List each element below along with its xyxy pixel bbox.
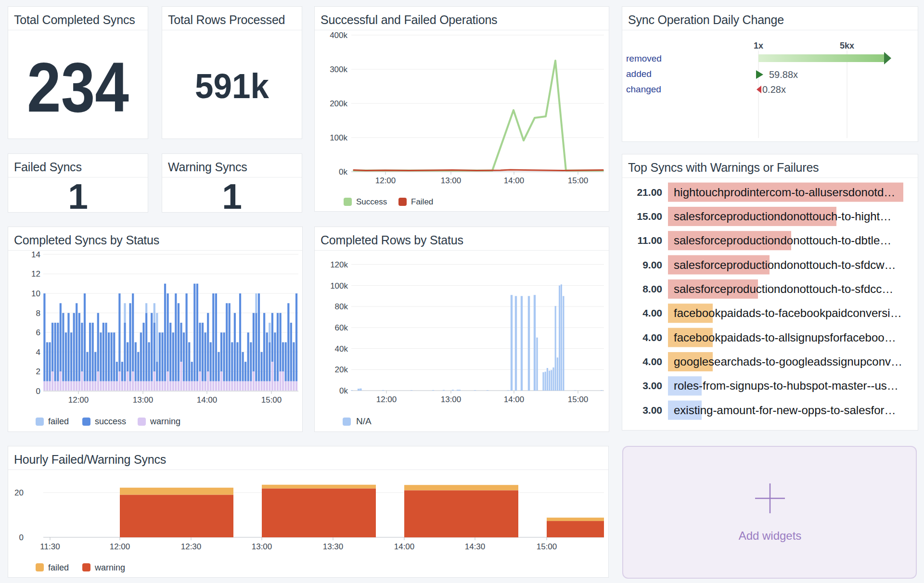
svg-text:12: 12 — [31, 269, 40, 279]
svg-text:15:00: 15:00 — [261, 395, 282, 405]
svg-text:14:00: 14:00 — [504, 395, 525, 404]
svg-text:15:00: 15:00 — [568, 176, 589, 185]
svg-text:salesforceproductiondonottouch: salesforceproductiondonottouch-to-dbtle… — [674, 234, 891, 247]
svg-text:N/A: N/A — [356, 416, 372, 426]
svg-text:removed: removed — [626, 53, 662, 63]
svg-text:failed: failed — [48, 417, 69, 426]
svg-text:8: 8 — [36, 309, 40, 318]
svg-text:20k: 20k — [335, 365, 348, 374]
svg-text:1x: 1x — [754, 41, 763, 51]
svg-text:salesforceproductiondonottouch: salesforceproductiondonottouch-to-sfdcc… — [674, 282, 893, 295]
svg-text:0.28x: 0.28x — [762, 84, 786, 95]
svg-text:8.00: 8.00 — [642, 283, 662, 294]
svg-text:2: 2 — [36, 367, 40, 376]
svg-text:21.00: 21.00 — [637, 187, 662, 198]
svg-text:14:00: 14:00 — [504, 176, 525, 185]
svg-text:facebookpaidads-to-allsignupsf: facebookpaidads-to-allsignupsforfaceboo… — [674, 331, 896, 344]
svg-text:3.00: 3.00 — [642, 405, 662, 416]
svg-text:roles-from-signups-to-hubspot-: roles-from-signups-to-hubspot-master--us… — [674, 379, 898, 392]
svg-text:facebookpaidads-to-facebookpai: facebookpaidads-to-facebookpaidconversi… — [674, 306, 902, 319]
svg-text:12:00: 12:00 — [375, 176, 396, 185]
svg-text:12:00: 12:00 — [68, 395, 89, 405]
svg-text:0: 0 — [36, 387, 40, 396]
svg-text:13:00: 13:00 — [441, 176, 462, 185]
svg-text:hightouchprodintercom-to-allus: hightouchprodintercom-to-allusersdonotd… — [674, 186, 895, 199]
svg-text:13:00: 13:00 — [252, 542, 272, 551]
svg-text:0: 0 — [19, 533, 24, 542]
svg-text:15:00: 15:00 — [537, 542, 557, 551]
svg-text:Add widgets: Add widgets — [739, 529, 802, 542]
svg-text:14:30: 14:30 — [465, 542, 486, 551]
svg-text:11:30: 11:30 — [40, 542, 60, 551]
svg-text:4.00: 4.00 — [642, 356, 662, 367]
svg-text:15:00: 15:00 — [568, 395, 589, 404]
svg-text:20: 20 — [14, 488, 24, 497]
svg-text:13:00: 13:00 — [441, 395, 462, 404]
svg-text:300k: 300k — [330, 65, 347, 74]
svg-text:59.88x: 59.88x — [769, 69, 798, 80]
svg-text:salesforceproductiondonottouch: salesforceproductiondonottouch-to-hight… — [674, 210, 891, 223]
svg-text:googlesearchads-to-googleadssi: googlesearchads-to-googleadssignupconv… — [674, 355, 902, 368]
svg-text:salesforceproductiondonottouch: salesforceproductiondonottouch-to-sfdcw… — [674, 258, 896, 271]
svg-text:failed: failed — [48, 563, 69, 572]
svg-text:400k: 400k — [330, 31, 347, 40]
svg-text:80k: 80k — [335, 302, 348, 311]
svg-text:Failed: Failed — [411, 197, 433, 206]
svg-text:6: 6 — [36, 328, 40, 337]
svg-text:4.00: 4.00 — [642, 332, 662, 343]
svg-text:15.00: 15.00 — [637, 211, 662, 222]
svg-text:Success: Success — [356, 197, 387, 206]
svg-text:13:00: 13:00 — [133, 395, 154, 405]
svg-text:3.00: 3.00 — [642, 380, 662, 391]
svg-text:9.00: 9.00 — [642, 259, 662, 270]
svg-text:changed: changed — [626, 84, 661, 94]
svg-text:existing-amount-for-new-opps-t: existing-amount-for-new-opps-to-salesfor… — [674, 404, 896, 417]
svg-text:14:00: 14:00 — [394, 542, 415, 551]
svg-text:warning: warning — [150, 417, 180, 426]
svg-text:0k: 0k — [339, 167, 347, 177]
svg-text:14: 14 — [31, 250, 40, 259]
svg-text:5kx: 5kx — [840, 41, 854, 51]
svg-text:14:00: 14:00 — [197, 395, 218, 405]
svg-text:warning: warning — [94, 563, 125, 572]
svg-text:200k: 200k — [330, 99, 347, 108]
svg-text:100k: 100k — [330, 281, 348, 291]
svg-text:13:30: 13:30 — [323, 542, 344, 551]
svg-text:12:30: 12:30 — [181, 542, 202, 551]
svg-text:100k: 100k — [330, 133, 347, 142]
svg-text:10: 10 — [31, 289, 40, 298]
svg-text:120k: 120k — [330, 260, 348, 269]
svg-text:success: success — [95, 417, 126, 426]
svg-text:0k: 0k — [339, 386, 348, 395]
svg-text:added: added — [626, 69, 652, 79]
svg-text:12:00: 12:00 — [110, 542, 130, 551]
svg-text:4.00: 4.00 — [642, 307, 662, 318]
svg-text:60k: 60k — [335, 323, 348, 332]
svg-text:4: 4 — [36, 348, 40, 357]
svg-text:11.00: 11.00 — [638, 235, 662, 246]
svg-text:40k: 40k — [335, 344, 348, 354]
svg-text:12:00: 12:00 — [376, 395, 397, 404]
